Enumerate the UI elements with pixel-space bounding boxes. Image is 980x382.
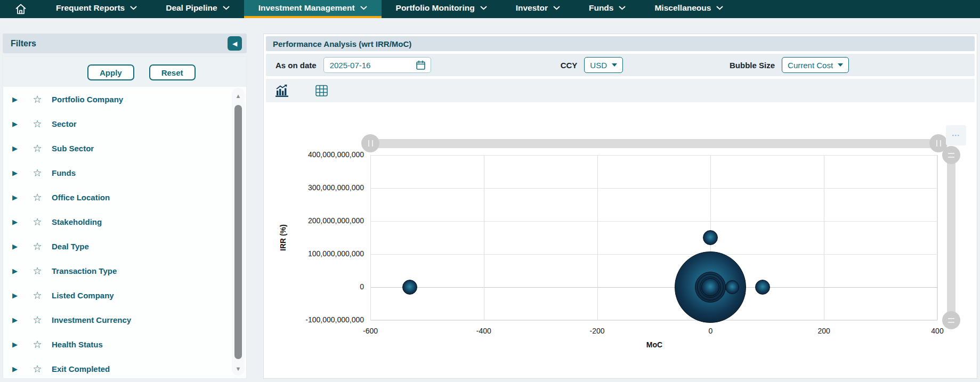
chart-menu-button[interactable]: ⋯ (946, 125, 966, 145)
nav-item-funds[interactable]: Funds (574, 0, 641, 18)
favorite-star-icon[interactable]: ☆ (31, 216, 44, 228)
bar-chart-icon (275, 84, 289, 97)
expand-arrow-icon[interactable]: ▶ (12, 169, 22, 177)
filter-row-stakeholding[interactable]: ▶☆Stakeholding (3, 209, 230, 234)
chevron-down-icon (223, 6, 230, 10)
as-on-date-input[interactable] (326, 61, 415, 70)
scroll-up-icon[interactable]: ▲ (236, 93, 241, 99)
home-button[interactable] (0, 0, 42, 18)
ccy-dropdown[interactable]: USD (584, 57, 623, 73)
bubble-size-label: Bubble Size (730, 61, 775, 70)
expand-arrow-icon[interactable]: ▶ (12, 193, 22, 201)
chart-view-button[interactable] (275, 84, 289, 97)
filter-row-office-location[interactable]: ▶☆Office Location (3, 185, 230, 209)
expand-arrow-icon[interactable]: ▶ (12, 365, 22, 373)
filter-label: Sector (52, 119, 77, 128)
calendar-icon[interactable] (415, 60, 426, 71)
nav-item-label: Frequent Reports (56, 3, 125, 13)
favorite-star-icon[interactable]: ☆ (31, 167, 44, 179)
dropdown-caret-icon (838, 63, 843, 67)
filter-row-sector[interactable]: ▶☆Sector (3, 111, 230, 136)
filter-row-investment-currency[interactable]: ▶☆Investment Currency (3, 307, 230, 332)
favorite-star-icon[interactable]: ☆ (31, 289, 44, 302)
filter-row-health-status[interactable]: ▶☆Health Status (3, 332, 230, 356)
favorite-star-icon[interactable]: ☆ (31, 93, 44, 105)
scrollbar-thumb[interactable] (234, 105, 242, 359)
favorite-star-icon[interactable]: ☆ (31, 338, 44, 351)
ellipsis-icon: ⋯ (952, 131, 961, 140)
v-scrollbar-top-handle[interactable] (942, 146, 960, 164)
x-tick-label: 200 (800, 327, 848, 335)
expand-arrow-icon[interactable]: ▶ (12, 316, 22, 324)
filters-header: Filters ◀ (3, 34, 247, 53)
bubble[interactable] (725, 280, 739, 294)
filter-row-transaction-type[interactable]: ▶☆Transaction Type (3, 258, 230, 283)
favorite-star-icon[interactable]: ☆ (31, 314, 44, 326)
nav-item-deal-pipeline[interactable]: Deal Pipeline (151, 0, 244, 18)
nav-item-label: Miscellaneous (654, 3, 711, 13)
table-view-button[interactable] (314, 84, 329, 97)
x-gridline (484, 155, 484, 320)
nav-item-frequent-reports[interactable]: Frequent Reports (42, 0, 151, 18)
scroll-down-icon[interactable]: ▼ (236, 365, 241, 372)
filter-row-portfolio-company[interactable]: ▶☆Portfolio Company (3, 87, 230, 111)
chart-horizontal-scrollbar[interactable] (370, 139, 938, 148)
h-scrollbar-left-handle[interactable] (361, 134, 379, 152)
nav-item-investment-management[interactable]: Investment Management (244, 0, 382, 18)
favorite-star-icon[interactable]: ☆ (31, 240, 44, 253)
filter-row-funds[interactable]: ▶☆Funds (3, 160, 230, 185)
chevron-down-icon (619, 6, 626, 10)
sidebar-scrollbar[interactable]: ▲ ▼ (232, 88, 245, 376)
chart-vertical-scrollbar[interactable] (947, 155, 955, 320)
nav-item-miscellaneous[interactable]: Miscellaneous (640, 0, 738, 18)
nav-item-portfolio-monitoring[interactable]: Portfolio Monitoring (382, 0, 501, 18)
expand-arrow-icon[interactable]: ▶ (12, 291, 22, 299)
filter-label: Deal Type (52, 242, 89, 251)
top-navigation: Frequent Reports Deal Pipeline Investmen… (0, 0, 980, 18)
y-gridline (370, 221, 937, 222)
favorite-star-icon[interactable]: ☆ (31, 142, 44, 155)
as-on-date-label: As on date (276, 61, 317, 70)
collapse-left-icon: ◀ (232, 40, 237, 47)
filter-label: Sub Sector (52, 144, 94, 153)
filter-label: Listed Company (52, 291, 114, 300)
expand-arrow-icon[interactable]: ▶ (12, 267, 22, 275)
plot-area (370, 155, 937, 320)
y-gridline (370, 320, 937, 321)
as-on-date-field[interactable] (323, 57, 431, 73)
nav-item-label: Portfolio Monitoring (396, 3, 475, 13)
y-gridline (370, 287, 937, 288)
y-tick-label: -100,000,000,000 (264, 315, 364, 324)
y-gridline (370, 254, 937, 255)
favorite-star-icon[interactable]: ☆ (31, 118, 44, 130)
favorite-star-icon[interactable]: ☆ (31, 191, 44, 204)
expand-arrow-icon[interactable]: ▶ (12, 340, 22, 348)
bubble-size-dropdown[interactable]: Current Cost (782, 57, 849, 73)
nav-item-investor[interactable]: Investor (501, 0, 574, 18)
x-axis-title: MoC (646, 340, 662, 349)
filter-row-deal-type[interactable]: ▶☆Deal Type (3, 234, 230, 258)
filter-row-sub-sector[interactable]: ▶☆Sub Sector (3, 136, 230, 160)
controls-row: As on date CCY USD Bubble Size Current C… (266, 54, 975, 76)
favorite-star-icon[interactable]: ☆ (31, 265, 44, 277)
expand-arrow-icon[interactable]: ▶ (12, 242, 22, 250)
filters-title: Filters (11, 39, 228, 48)
favorite-star-icon[interactable]: ☆ (31, 363, 44, 375)
apply-button[interactable]: Apply (87, 64, 134, 80)
filter-row-listed-company[interactable]: ▶☆Listed Company (3, 283, 230, 307)
collapse-sidebar-button[interactable]: ◀ (228, 36, 242, 51)
expand-arrow-icon[interactable]: ▶ (12, 218, 22, 226)
reset-button[interactable]: Reset (149, 64, 196, 80)
expand-arrow-icon[interactable]: ▶ (12, 144, 22, 152)
expand-arrow-icon[interactable]: ▶ (12, 120, 22, 128)
filter-label: Health Status (52, 340, 103, 349)
x-tick-label: -600 (346, 327, 394, 335)
grip-icon (948, 318, 954, 323)
v-scrollbar-bottom-handle[interactable] (942, 311, 960, 329)
x-gridline (370, 155, 371, 320)
panel-title: Performance Analysis (wrt IRR/MoC) (273, 39, 411, 48)
expand-arrow-icon[interactable]: ▶ (12, 95, 22, 103)
filter-row-exit-completed[interactable]: ▶☆Exit Completed (3, 356, 230, 379)
dropdown-caret-icon (612, 63, 617, 67)
nav-item-label: Funds (589, 3, 614, 13)
